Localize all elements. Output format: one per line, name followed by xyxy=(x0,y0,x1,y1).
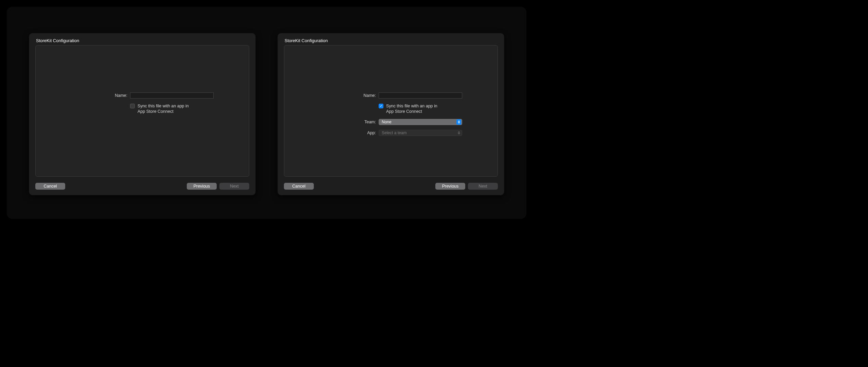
app-label: App: xyxy=(284,130,376,135)
sync-label: Sync this file with an app in App Store … xyxy=(138,103,195,114)
name-input[interactable] xyxy=(379,92,462,99)
checkmark-icon xyxy=(379,104,383,108)
cancel-button[interactable]: Cancel xyxy=(284,183,314,190)
dialog-inner-area: Name: Sync this file with an app in App … xyxy=(284,45,498,177)
sync-label: Sync this file with an app in App Store … xyxy=(386,103,444,114)
storekit-config-dialog-right: StoreKit Configuration Name: xyxy=(278,33,504,195)
name-input[interactable] xyxy=(130,92,214,99)
dialog-title: StoreKit Configuration xyxy=(284,38,498,43)
sync-checkbox[interactable] xyxy=(379,104,383,108)
previous-button[interactable]: Previous xyxy=(187,183,217,190)
dialog-inner-area: Name: Sync this file with an app in App … xyxy=(35,45,249,177)
name-label: Name: xyxy=(36,92,127,98)
storekit-config-dialog-left: StoreKit Configuration Name: Sync this f… xyxy=(29,33,255,195)
chevron-updown-icon xyxy=(456,119,461,125)
chevron-updown-icon xyxy=(456,130,461,136)
sync-checkbox[interactable] xyxy=(130,104,135,108)
team-select-value: None xyxy=(382,120,392,124)
dialog-title: StoreKit Configuration xyxy=(35,38,249,43)
app-select: Select a team xyxy=(379,130,462,136)
team-label: Team: xyxy=(284,119,376,124)
cancel-button[interactable]: Cancel xyxy=(35,183,65,190)
app-select-placeholder: Select a team xyxy=(382,130,406,135)
team-select[interactable]: None xyxy=(379,119,462,125)
next-button: Next xyxy=(468,183,498,190)
next-button: Next xyxy=(219,183,249,190)
name-label: Name: xyxy=(284,92,376,98)
previous-button[interactable]: Previous xyxy=(435,183,465,190)
